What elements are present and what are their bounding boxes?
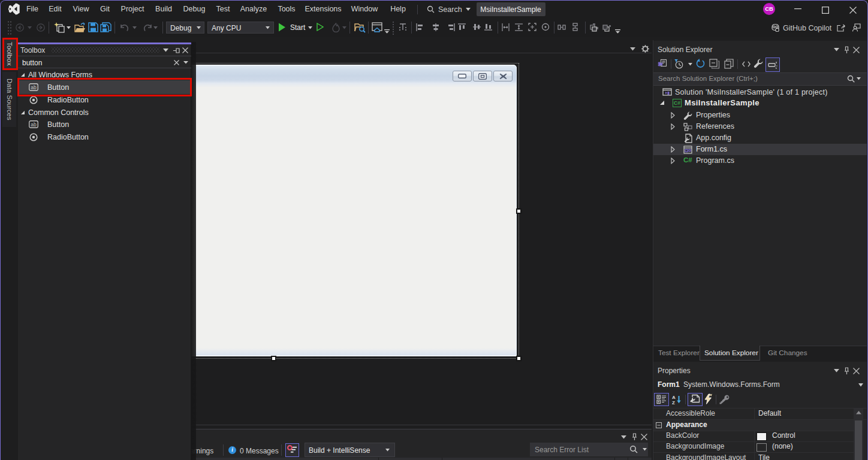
svg-text:A: A <box>672 395 676 400</box>
svg-text:ab: ab <box>31 122 37 128</box>
svg-text:Z: Z <box>672 400 675 405</box>
